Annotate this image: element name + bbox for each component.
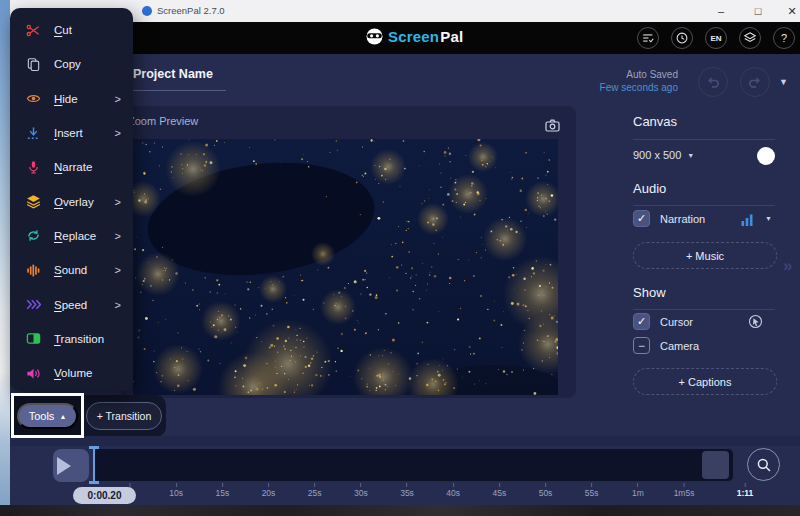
undo-icon [705,74,721,90]
minimize-button[interactable]: – [710,2,732,20]
menu-item-insert[interactable]: Insert > [10,116,133,150]
menu-item-narrate[interactable]: Narrate [10,150,133,184]
play-button[interactable] [53,449,89,482]
menu-label: Copy [54,58,81,70]
ruler-tick: 1m [632,483,644,498]
redo-icon [747,74,763,90]
ruler-tick: 25s [308,483,322,498]
camera-checkbox[interactable]: − [633,337,650,354]
tools-label: Tools [29,410,55,422]
submenu-chevron-icon: > [115,264,121,276]
timeline-track[interactable] [92,448,734,482]
canvas-size-value: 900 x 500 [633,149,681,161]
ruler-tick: 30s [354,483,368,498]
timeline-end-handle[interactable] [702,451,729,479]
menu-label: Sound [54,264,87,276]
submenu-chevron-icon: > [115,196,121,208]
menu-item-replace[interactable]: Replace > [10,219,133,253]
menu-label: Replace [54,230,96,242]
divider [633,139,775,140]
audio-level-icon [741,213,754,226]
current-time-badge: 0:00.20 [73,487,136,504]
screenpal-mascot-icon [366,28,383,45]
notes-check-icon[interactable] [637,27,659,49]
tools-button[interactable]: Tools ▲ [17,403,78,429]
menu-item-volume[interactable]: Volume [10,356,133,390]
menu-item-cut[interactable]: Cut [10,13,133,47]
tools-context-menu: Cut Copy Hide > [10,8,133,391]
equalizer-icon [25,263,42,278]
history-clock-icon [675,31,689,45]
menu-item-hide[interactable]: Hide > [10,82,133,116]
menu-item-speed[interactable]: Speed > [10,287,133,321]
brand-pal: Pal [440,28,463,45]
copy-icon [25,57,42,72]
close-button[interactable]: ✕ [781,2,800,20]
divider [633,309,775,310]
ruler-tick: 15s [215,483,229,498]
scissors-icon [25,23,42,38]
camera-icon [544,118,561,133]
camera-row: − Camera [633,337,699,354]
ruler-tick: 50s [539,483,553,498]
layers-icon [743,31,757,45]
submenu-chevron-icon: > [115,127,121,139]
history-button[interactable] [671,27,693,49]
history-caret-icon[interactable]: ▼ [779,77,788,87]
cursor-row: ✓ Cursor [633,313,693,330]
magnifier-icon [756,457,772,473]
canvas-color-swatch[interactable] [757,147,775,165]
preview-label: Zoom Preview [128,115,198,127]
add-music-button[interactable]: + Music [633,242,777,269]
menu-label: Hide [54,93,78,105]
menu-label: Narrate [54,161,92,173]
undo-button[interactable] [698,67,728,97]
brand-screen: Screen [388,28,439,45]
cursor-options-icon[interactable] [748,314,763,329]
add-captions-button[interactable]: + Captions [633,368,777,395]
menu-item-copy[interactable]: Copy [10,47,133,81]
cursor-label: Cursor [660,316,693,328]
layers-button[interactable] [739,27,761,49]
screenpal-logo: ScreenPal [366,28,463,45]
speaker-icon [25,366,42,381]
desktop-wallpaper-bottom [0,505,800,516]
menu-item-transition[interactable]: Transition [10,322,133,356]
layers-icon [25,194,42,209]
language-button[interactable]: EN [705,27,727,49]
caret-down-icon: ▼ [687,152,694,159]
menu-item-sound[interactable]: Sound > [10,253,133,287]
desktop-wallpaper-left [0,0,10,516]
narration-caret-icon[interactable]: ▼ [765,215,772,222]
redo-button[interactable] [740,67,770,97]
add-transition-button[interactable]: + Transition [86,402,162,430]
ruler-end-time: 1:11 [737,483,754,498]
menu-item-overlay[interactable]: Overlay > [10,184,133,218]
microphone-icon [25,160,42,175]
maximize-button[interactable]: □ [747,2,769,20]
night-satellite-image [133,139,558,395]
project-name-underline [133,90,226,91]
menu-label: Overlay [54,196,94,208]
show-section-title: Show [633,285,666,300]
video-preview[interactable] [133,139,558,395]
autosave-label: Auto Saved [556,68,678,81]
insert-arrow-icon [25,126,42,141]
help-button[interactable]: ? [773,27,795,49]
menu-label: Transition [54,333,104,345]
playhead[interactable] [93,447,95,484]
menu-label: Speed [54,299,87,311]
autosave-time: Few seconds ago [556,81,678,94]
canvas-size-dropdown[interactable]: 900 x 500 ▼ [633,149,694,161]
timeline-zoom-button[interactable] [747,448,780,481]
narration-checkbox[interactable]: ✓ [633,210,650,227]
panel-collapse-icon[interactable]: » [783,256,792,276]
ruler-tick: 45s [493,483,507,498]
snapshot-camera-button[interactable] [541,116,563,134]
window-title: ScreenPal 2.7.0 [157,5,225,16]
timeline-band [10,436,800,446]
narration-label: Narration [660,213,705,225]
screenpal-app: ScreenPal 2.7.0 – □ ✕ ScreenPal EN ? [0,0,800,516]
project-name-field[interactable]: Project Name [133,67,213,81]
cursor-checkbox[interactable]: ✓ [633,313,650,330]
